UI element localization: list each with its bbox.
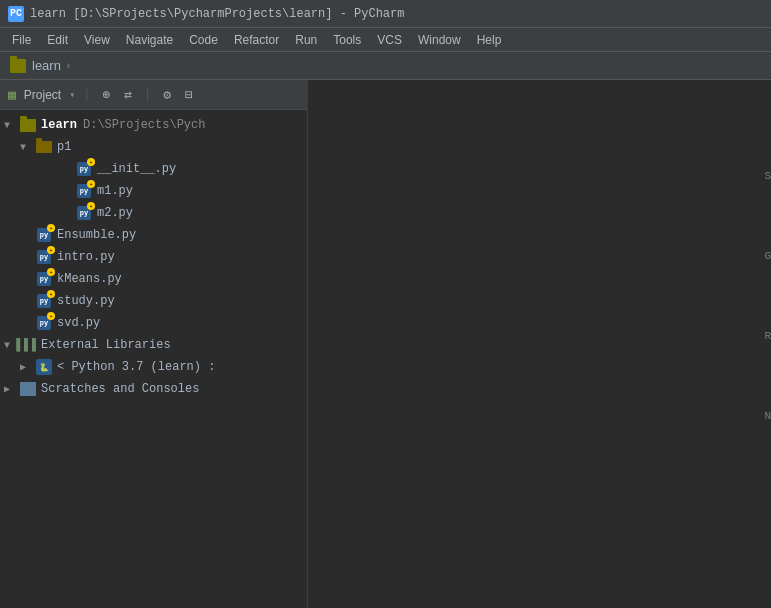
tree-file-init[interactable]: ✦ __init__.py (0, 158, 307, 180)
p1-folder-icon (36, 141, 52, 153)
ensumble-label: Ensumble.py (57, 228, 136, 242)
sidebar: ▦ Project ▾ | ⊕ ⇄ | ⚙ ⊟ learn D:\SProjec… (0, 80, 308, 608)
study-file-icon: ✦ (36, 293, 52, 309)
project-toolbar: ▦ Project ▾ | ⊕ ⇄ | ⚙ ⊟ (0, 80, 307, 110)
locate-file-button[interactable]: ⊕ (98, 85, 114, 105)
m2-file-icon: ✦ (76, 205, 92, 221)
scroll-from-source-button[interactable]: ⇄ (120, 85, 136, 105)
init-label: __init__.py (97, 162, 176, 176)
menu-file[interactable]: File (4, 31, 39, 49)
p1-label: p1 (57, 140, 71, 154)
python-env-label: < Python 3.7 (learn) : (57, 360, 215, 374)
ext-lib-arrow (4, 340, 16, 351)
tree-file-svd[interactable]: ✦ svd.py (0, 312, 307, 334)
menu-help[interactable]: Help (469, 31, 510, 49)
edge-label-r: R (764, 330, 771, 342)
menu-code[interactable]: Code (181, 31, 226, 49)
tree-root-learn[interactable]: learn D:\SProjects\Pych (0, 114, 307, 136)
intro-file-icon: ✦ (36, 249, 52, 265)
toolbar-sep-2: | (144, 88, 151, 102)
study-label: study.py (57, 294, 115, 308)
m2-label: m2.py (97, 206, 133, 220)
menu-view[interactable]: View (76, 31, 118, 49)
project-dropdown-arrow[interactable]: ▾ (69, 89, 75, 101)
tree-root-arrow (4, 120, 16, 131)
app-icon: PC (8, 6, 24, 22)
scratches-icon (20, 382, 36, 396)
m1-file-icon: ✦ (76, 183, 92, 199)
ensumble-file-icon: ✦ (36, 227, 52, 243)
menu-vcs[interactable]: VCS (369, 31, 410, 49)
root-folder-icon (20, 119, 36, 132)
menu-refactor[interactable]: Refactor (226, 31, 287, 49)
edge-label-g: G (764, 250, 771, 262)
scratches-arrow (4, 383, 16, 395)
m1-label: m1.py (97, 184, 133, 198)
menu-navigate[interactable]: Navigate (118, 31, 181, 49)
file-tree: learn D:\SProjects\Pych p1 ✦ __init__.py (0, 110, 307, 608)
tree-folder-p1[interactable]: p1 (0, 136, 307, 158)
breadcrumb-label[interactable]: learn (32, 58, 61, 73)
menu-run[interactable]: Run (287, 31, 325, 49)
menu-tools[interactable]: Tools (325, 31, 369, 49)
tree-file-study[interactable]: ✦ study.py (0, 290, 307, 312)
tree-file-kmeans[interactable]: ✦ kMeans.py (0, 268, 307, 290)
intro-label: intro.py (57, 250, 115, 264)
menu-bar: File Edit View Navigate Code Refactor Ru… (0, 28, 771, 52)
tree-file-ensumble[interactable]: ✦ Ensumble.py (0, 224, 307, 246)
main-layout: ▦ Project ▾ | ⊕ ⇄ | ⚙ ⊟ learn D:\SProjec… (0, 80, 771, 608)
init-file-icon: ✦ (76, 161, 92, 177)
root-path: D:\SProjects\Pych (83, 118, 205, 132)
python-env-arrow (20, 361, 32, 373)
python-env-icon: 🐍 (36, 359, 52, 375)
tree-file-m1[interactable]: ✦ m1.py (0, 180, 307, 202)
tree-scratches[interactable]: Scratches and Consoles (0, 378, 307, 400)
tree-file-intro[interactable]: ✦ intro.py (0, 246, 307, 268)
ext-lib-icon: ▌▌▌ (20, 337, 36, 353)
root-label: learn (41, 118, 77, 132)
kmeans-label: kMeans.py (57, 272, 122, 286)
ext-lib-label: External Libraries (41, 338, 171, 352)
breadcrumb-arrow: › (65, 60, 72, 72)
svd-label: svd.py (57, 316, 100, 330)
kmeans-file-icon: ✦ (36, 271, 52, 287)
breadcrumb-folder-icon (10, 59, 26, 73)
tree-python-env[interactable]: 🐍 < Python 3.7 (learn) : (0, 356, 307, 378)
breadcrumb-bar: learn › (0, 52, 771, 80)
scratches-label: Scratches and Consoles (41, 382, 199, 396)
menu-edit[interactable]: Edit (39, 31, 76, 49)
edge-label-s: S (764, 170, 771, 182)
window-title: learn [D:\SProjects\PycharmProjects\lear… (30, 7, 404, 21)
title-bar: PC learn [D:\SProjects\PycharmProjects\l… (0, 0, 771, 28)
menu-window[interactable]: Window (410, 31, 469, 49)
tree-file-m2[interactable]: ✦ m2.py (0, 202, 307, 224)
tree-external-libraries[interactable]: ▌▌▌ External Libraries (0, 334, 307, 356)
toolbar-sep-1: | (83, 88, 90, 102)
svd-file-icon: ✦ (36, 315, 52, 331)
p1-arrow (20, 142, 32, 153)
editor-area: S G R N (308, 80, 771, 608)
project-label: Project (24, 88, 61, 102)
project-panel-icon: ▦ (8, 87, 16, 103)
edge-label-n: N (764, 410, 771, 422)
settings-button[interactable]: ⚙ (159, 85, 175, 105)
collapse-all-button[interactable]: ⊟ (181, 85, 197, 105)
